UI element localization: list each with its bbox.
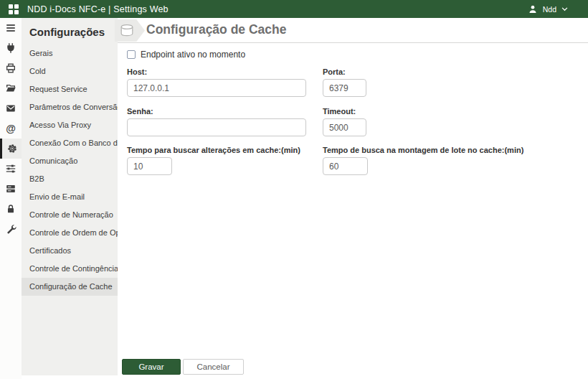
timeout-label: Timeout: <box>323 107 366 116</box>
page-title: Configuração de Cache <box>146 22 286 37</box>
rail-item-server[interactable] <box>0 179 22 199</box>
form-actions: Gravar Cancelar <box>122 359 244 375</box>
main-panel: Configuração de Cache Endpoint ativo no … <box>118 18 588 379</box>
porta-label: Porta: <box>323 67 366 76</box>
tempos-row: Tempo para buscar alterações em cache:(m… <box>127 146 588 175</box>
rail-item-lock[interactable] <box>0 199 22 219</box>
sidebar-items: Gerais Cold Request Service Parâmetros d… <box>22 45 118 296</box>
apps-grid-logo-icon[interactable] <box>9 4 18 14</box>
tempo-montagem-label: Tempo de busca na montagem de lote no ca… <box>323 146 523 154</box>
user-menu[interactable]: Ndd <box>528 0 568 18</box>
settings-sidebar: Configurações Gerais Cold Request Servic… <box>22 18 118 375</box>
cache-form: Endpoint ativo no momento Host: Porta: S… <box>118 43 588 175</box>
user-name: Ndd <box>543 5 556 14</box>
sidebar-item-conexao-banco-dados[interactable]: Conexão Com o Banco de Dados <box>22 134 118 152</box>
icon-rail: @ <box>0 18 22 379</box>
sidebar-item-controle-numeracao[interactable]: Controle de Numeração <box>22 206 118 224</box>
chevron-down-icon <box>561 7 568 11</box>
wrench-icon <box>5 223 16 235</box>
sidebar-item-cold[interactable]: Cold <box>22 62 118 80</box>
rail-item-tools[interactable] <box>0 219 22 239</box>
rail-item-settings[interactable] <box>0 139 22 159</box>
sidebar-item-gerais[interactable]: Gerais <box>22 45 118 62</box>
server-icon <box>5 183 16 195</box>
cancel-button[interactable]: Cancelar <box>183 359 244 375</box>
sidebar-heading: Configurações <box>22 18 118 38</box>
tempo-montagem-input[interactable] <box>323 157 368 175</box>
topbar: NDD i-Docs NFC-e | Settings Web Ndd <box>0 0 588 18</box>
host-porta-row: Host: Porta: <box>127 67 588 97</box>
sidebar-item-parametros-de-conversao[interactable]: Parâmetros de Conversão <box>22 98 118 116</box>
senha-label: Senha: <box>127 107 323 116</box>
endpoint-active-checkbox[interactable] <box>127 50 136 59</box>
gear-icon <box>6 143 18 154</box>
plug-icon <box>5 42 16 54</box>
at-icon: @ <box>6 123 16 134</box>
endpoint-active-row: Endpoint ativo no momento <box>127 50 588 60</box>
senha-input[interactable] <box>127 118 306 136</box>
page-header: Configuração de Cache <box>118 18 588 43</box>
sidebar-item-request-service[interactable]: Request Service <box>22 80 118 98</box>
database-icon <box>119 22 135 39</box>
sidebar-item-envio-email[interactable]: Envio de E-mail <box>22 188 118 206</box>
rail-item-sliders[interactable] <box>0 159 22 179</box>
host-input[interactable] <box>127 79 306 97</box>
sidebar-item-configuracao-cache[interactable]: Configuração de Cache <box>22 278 118 296</box>
rail-item-menu[interactable] <box>0 18 22 38</box>
rail-item-folder[interactable] <box>0 78 22 98</box>
porta-input[interactable] <box>323 79 366 97</box>
sidebar-item-b2b[interactable]: B2B <box>22 170 118 188</box>
rail-item-plug[interactable] <box>0 38 22 58</box>
rail-item-at[interactable]: @ <box>0 118 22 139</box>
sidebar-item-controle-ordem-operacao[interactable]: Controle de Ordem de Operação <box>22 224 118 242</box>
sidebar-item-controle-contingencia[interactable]: Controle de Contingência <box>22 260 118 278</box>
timeout-input[interactable] <box>323 118 366 136</box>
body: @ Configurações Gerais Cold <box>0 18 588 379</box>
rail-item-mail[interactable] <box>0 98 22 118</box>
app-window: NDD i-Docs NFC-e | Settings Web Ndd <box>0 0 588 379</box>
sidebar-item-acesso-via-proxy[interactable]: Acesso Via Proxy <box>22 116 118 134</box>
host-label: Host: <box>127 67 323 76</box>
senha-timeout-row: Senha: Timeout: <box>127 107 588 136</box>
tempo-buscar-input[interactable] <box>127 157 172 175</box>
page-icon-banner <box>115 19 145 42</box>
save-button[interactable]: Gravar <box>122 359 181 375</box>
sliders-icon <box>5 163 16 174</box>
app-title: NDD i-Docs NFC-e | Settings Web <box>27 4 169 14</box>
rail-item-printer[interactable] <box>0 58 22 78</box>
menu-icon <box>5 22 16 34</box>
endpoint-active-label: Endpoint ativo no momento <box>141 50 245 60</box>
mail-icon <box>5 103 16 114</box>
lock-icon <box>5 203 16 215</box>
folder-open-icon <box>5 83 16 94</box>
printer-icon <box>5 62 16 74</box>
tempo-buscar-label: Tempo para buscar alterações em cache:(m… <box>127 146 323 154</box>
user-icon <box>528 4 538 14</box>
sidebar-item-comunicacao[interactable]: Comunicação <box>22 152 118 170</box>
sidebar-item-certificados[interactable]: Certificados <box>22 242 118 260</box>
